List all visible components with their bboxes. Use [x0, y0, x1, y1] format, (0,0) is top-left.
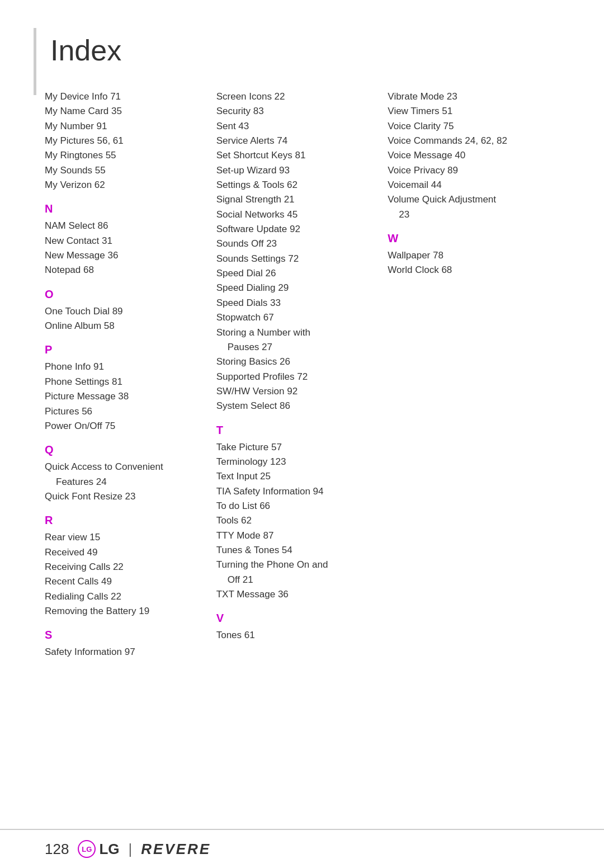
index-item: Picture Message 38: [45, 389, 205, 404]
index-item: SW/HW Version 92: [216, 384, 377, 399]
index-item: Speed Dial 26: [216, 266, 377, 281]
index-item: New Message 36: [45, 248, 205, 263]
index-item: Storing a Number with: [216, 326, 377, 340]
index-item: Speed Dials 33: [216, 296, 377, 310]
index-item: Stopwatch 67: [216, 310, 377, 325]
index-item: NAM Select 86: [45, 219, 205, 233]
index-item: To do List 66: [216, 499, 377, 513]
section-letter-o: O: [45, 288, 205, 301]
index-item: My Verizon 62: [45, 178, 205, 192]
index-item: Storing Basics 26: [216, 355, 377, 369]
section-letter-w: W: [388, 232, 548, 245]
left-bar: [34, 28, 36, 95]
section-letter-p: P: [45, 343, 205, 356]
index-item: My Name Card 35: [45, 104, 205, 119]
index-item: System Select 86: [216, 399, 377, 413]
content-area: My Device Info 71My Name Card 35My Numbe…: [45, 89, 559, 660]
section-letter-v: V: [216, 612, 377, 625]
index-item: Voice Privacy 89: [388, 163, 548, 178]
footer: 128 LG LG | REVERE: [0, 829, 604, 868]
index-item: Received 49: [45, 545, 205, 560]
index-item: Recent Calls 49: [45, 574, 205, 589]
index-item: My Pictures 56, 61: [45, 134, 205, 148]
index-item: Features 24: [45, 475, 205, 489]
index-item: Receiving Calls 22: [45, 560, 205, 574]
column-2: Screen Icons 22Security 83Sent 43Service…: [216, 89, 388, 660]
index-item: Voice Clarity 75: [388, 119, 548, 134]
lg-circle-icon: LG: [78, 840, 96, 858]
index-item: Voice Commands 24, 62, 82: [388, 134, 548, 148]
index-item: One Touch Dial 89: [45, 304, 205, 319]
index-item: Screen Icons 22: [216, 89, 377, 104]
index-item: Signal Strength 21: [216, 192, 377, 207]
revere-logo-text: REVERE: [141, 841, 211, 858]
index-item: Redialing Calls 22: [45, 589, 205, 604]
index-item: Text Input 25: [216, 469, 377, 484]
page-title: Index: [50, 34, 559, 67]
footer-logo: LG LG | REVERE: [78, 840, 211, 858]
index-item: My Sounds 55: [45, 163, 205, 178]
index-item: Pauses 27: [216, 340, 377, 355]
index-item: Service Alerts 74: [216, 134, 377, 148]
index-item: TXT Message 36: [216, 587, 377, 602]
index-item: Pictures 56: [45, 404, 205, 419]
index-item: Phone Info 91: [45, 360, 205, 374]
index-item: Security 83: [216, 104, 377, 119]
index-item: Safety Information 97: [45, 645, 205, 659]
index-item: World Clock 68: [388, 263, 548, 277]
index-item: Turning the Phone On and: [216, 558, 377, 572]
index-item: My Ringtones 55: [45, 148, 205, 163]
index-item: TTY Mode 87: [216, 529, 377, 543]
index-item: Voice Message 40: [388, 148, 548, 163]
lg-logo: LG LG: [78, 840, 119, 858]
index-item: Vibrate Mode 23: [388, 89, 548, 104]
footer-page-number: 128: [45, 841, 69, 858]
logo-separator: |: [129, 841, 133, 858]
index-item: Power On/Off 75: [45, 419, 205, 433]
index-item: Software Update 92: [216, 222, 377, 237]
index-item: Tunes & Tones 54: [216, 543, 377, 558]
index-item: New Contact 31: [45, 234, 205, 248]
index-item: Tones 61: [216, 628, 377, 643]
section-letter-r: R: [45, 514, 205, 527]
index-item: View Timers 51: [388, 104, 548, 119]
index-item: Settings & Tools 62: [216, 178, 377, 192]
index-item: Set-up Wizard 93: [216, 163, 377, 178]
index-item: Social Networks 45: [216, 207, 377, 222]
section-letter-t: T: [216, 424, 377, 437]
index-item: Removing the Battery 19: [45, 604, 205, 619]
index-item: Online Album 58: [45, 319, 205, 333]
section-letter-n: N: [45, 202, 205, 215]
index-item: Quick Access to Convenient: [45, 460, 205, 474]
index-item: Supported Profiles 72: [216, 370, 377, 384]
index-item: Voicemail 44: [388, 178, 548, 192]
index-item: Sounds Settings 72: [216, 252, 377, 266]
lg-logo-text: LG: [99, 841, 119, 858]
index-item: Sent 43: [216, 119, 377, 134]
section-letter-q: Q: [45, 444, 205, 456]
index-item: 23: [388, 207, 548, 222]
index-item: Rear view 15: [45, 530, 205, 545]
index-item: Wallpaper 78: [388, 248, 548, 263]
index-item: Take Picture 57: [216, 440, 377, 455]
index-item: TIA Safety Information 94: [216, 484, 377, 499]
index-item: Volume Quick Adjustment: [388, 192, 548, 207]
index-item: Notepad 68: [45, 263, 205, 277]
index-item: Sounds Off 23: [216, 237, 377, 251]
index-item: Terminology 123: [216, 455, 377, 469]
section-letter-s: S: [45, 629, 205, 641]
column-1: My Device Info 71My Name Card 35My Numbe…: [45, 89, 216, 660]
index-item: Set Shortcut Keys 81: [216, 148, 377, 163]
index-item: Quick Font Resize 23: [45, 489, 205, 504]
page-container: Index My Device Info 71My Name Card 35My…: [0, 0, 604, 868]
index-item: My Device Info 71: [45, 89, 205, 104]
index-item: Speed Dialing 29: [216, 281, 377, 295]
index-item: Off 21: [216, 573, 377, 587]
index-item: Tools 62: [216, 513, 377, 528]
index-item: Phone Settings 81: [45, 375, 205, 389]
index-item: My Number 91: [45, 119, 205, 134]
column-3: Vibrate Mode 23View Timers 51Voice Clari…: [388, 89, 559, 660]
